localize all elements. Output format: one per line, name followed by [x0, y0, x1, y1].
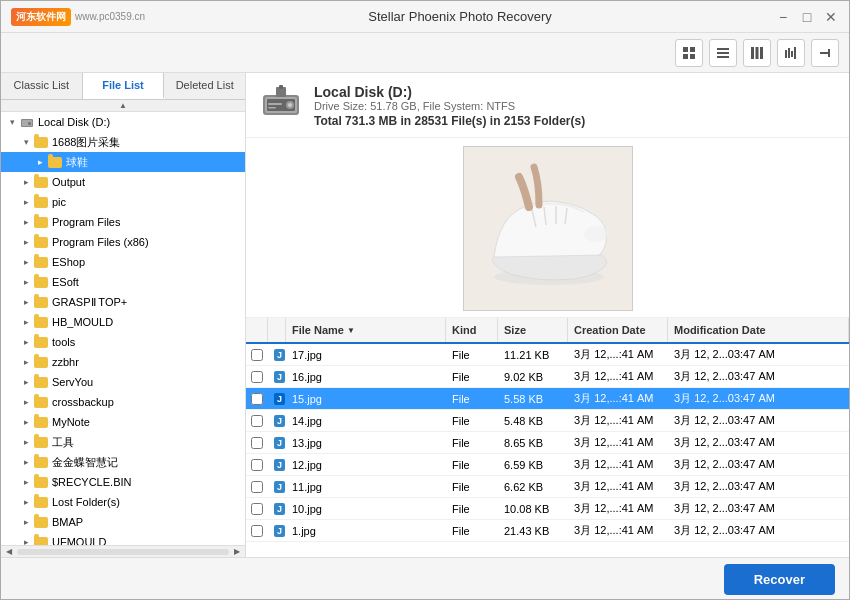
grid-view-button[interactable] — [675, 39, 703, 67]
tree-expand-icon: ▸ — [19, 275, 33, 289]
row-checkbox-cell[interactable] — [246, 454, 268, 475]
row-modified: 3月 12, 2...03:47 AM — [668, 410, 849, 431]
file-type-icon: J — [274, 459, 285, 471]
row-created: 3月 12,...:41 AM — [568, 366, 668, 387]
table-row[interactable]: J17.jpgFile11.21 KB3月 12,...:41 AM3月 12,… — [246, 344, 849, 366]
column-view-button[interactable] — [743, 39, 771, 67]
list-view-button[interactable] — [709, 39, 737, 67]
svg-rect-1 — [690, 47, 695, 52]
row-kind: File — [446, 454, 498, 475]
row-checkbox-cell[interactable] — [246, 498, 268, 519]
row-checkbox[interactable] — [251, 459, 263, 471]
table-row[interactable]: J14.jpgFile5.48 KB3月 12,...:41 AM3月 12, … — [246, 410, 849, 432]
tree-expand-icon: ▸ — [19, 215, 33, 229]
tree-label: Program Files — [52, 216, 120, 228]
row-name: 16.jpg — [286, 366, 446, 387]
tree-item-folder-mynote[interactable]: ▸MyNote — [1, 412, 245, 432]
header-created[interactable]: Creation Date — [568, 318, 668, 342]
table-row[interactable]: J13.jpgFile8.65 KB3月 12,...:41 AM3月 12, … — [246, 432, 849, 454]
row-checkbox[interactable] — [251, 349, 263, 361]
scroll-right-arrow[interactable]: ▶ — [231, 546, 243, 558]
close-button[interactable]: ✕ — [823, 9, 839, 25]
tab-file-list[interactable]: File List — [83, 73, 165, 99]
row-checkbox[interactable] — [251, 415, 263, 427]
tree-item-folder-bmap[interactable]: ▸BMAP — [1, 512, 245, 532]
row-checkbox-cell[interactable] — [246, 388, 268, 409]
minimize-button[interactable]: − — [775, 9, 791, 25]
header-modified[interactable]: Modification Date — [668, 318, 849, 342]
row-checkbox-cell[interactable] — [246, 366, 268, 387]
scroll-left-arrow[interactable]: ◀ — [3, 546, 15, 558]
tree-item-folder-output[interactable]: ▸Output — [1, 172, 245, 192]
table-row[interactable]: J10.jpgFile10.08 KB3月 12,...:41 AM3月 12,… — [246, 498, 849, 520]
tree-item-folder-grasp[interactable]: ▸GRASPⅡ TOP+ — [1, 292, 245, 312]
file-type-icon: J — [274, 393, 285, 405]
tree-item-folder-1688[interactable]: ▾1688图片采集 — [1, 132, 245, 152]
table-row[interactable]: J16.jpgFile9.02 KB3月 12,...:41 AM3月 12, … — [246, 366, 849, 388]
minus-button[interactable] — [811, 39, 839, 67]
tree-item-folder-progfilesx86[interactable]: ▸Program Files (x86) — [1, 232, 245, 252]
tree-item-folder-jindie[interactable]: ▸金金蝶智慧记 — [1, 452, 245, 472]
tree-vscroll-top[interactable]: ▲ — [1, 100, 245, 112]
tree-item-folder-pic[interactable]: ▸pic — [1, 192, 245, 212]
tree-item-folder-tools2[interactable]: ▸工具 — [1, 432, 245, 452]
row-checkbox[interactable] — [251, 393, 263, 405]
row-checkbox-cell[interactable] — [246, 520, 268, 541]
watermark-url: www.pc0359.cn — [75, 11, 145, 22]
row-name: 11.jpg — [286, 476, 446, 497]
tree-item-folder-zzbhr[interactable]: ▸zzbhr — [1, 352, 245, 372]
row-checkbox-cell[interactable] — [246, 410, 268, 431]
tab-classic-list[interactable]: Classic List — [1, 73, 83, 99]
row-checkbox-cell[interactable] — [246, 344, 268, 365]
drive-icon — [260, 83, 302, 129]
row-checkbox-cell[interactable] — [246, 476, 268, 497]
tree-expand-icon: ▸ — [19, 415, 33, 429]
maximize-button[interactable]: □ — [799, 9, 815, 25]
row-checkbox-cell[interactable] — [246, 432, 268, 453]
tree-item-folder-crossbackup[interactable]: ▸crossbackup — [1, 392, 245, 412]
row-size: 5.58 KB — [498, 388, 568, 409]
tree-item-folder-shoes[interactable]: ▸球鞋 — [1, 152, 245, 172]
tab-bar: Classic List File List Deleted List — [1, 73, 245, 100]
row-checkbox[interactable] — [251, 437, 263, 449]
tree-item-local-disk[interactable]: ▾Local Disk (D:) — [1, 112, 245, 132]
sort-arrow: ▼ — [347, 326, 355, 335]
folder-icon — [33, 534, 49, 545]
row-kind: File — [446, 344, 498, 365]
file-type-icon: J — [274, 437, 285, 449]
table-row[interactable]: J15.jpgFile5.58 KB3月 12,...:41 AM3月 12, … — [246, 388, 849, 410]
tree-item-folder-eshop[interactable]: ▸EShop — [1, 252, 245, 272]
tree-item-folder-recycle[interactable]: ▸$RECYCLE.BIN — [1, 472, 245, 492]
tree-item-folder-ufmould[interactable]: ▸UFMOULD — [1, 532, 245, 545]
table-row[interactable]: J12.jpgFile6.59 KB3月 12,...:41 AM3月 12, … — [246, 454, 849, 476]
row-size: 10.08 KB — [498, 498, 568, 519]
tree-label: pic — [52, 196, 66, 208]
tree-item-folder-progfiles[interactable]: ▸Program Files — [1, 212, 245, 232]
table-row[interactable]: J11.jpgFile6.62 KB3月 12,...:41 AM3月 12, … — [246, 476, 849, 498]
scroll-track[interactable] — [17, 549, 229, 555]
tab-deleted-list[interactable]: Deleted List — [164, 73, 245, 99]
tree-item-folder-hb[interactable]: ▸HB_MOULD — [1, 312, 245, 332]
drive-text: Local Disk (D:) Drive Size: 51.78 GB, Fi… — [314, 84, 585, 128]
recover-button[interactable]: Recover — [724, 564, 835, 595]
tree-item-folder-esoft[interactable]: ▸ESoft — [1, 272, 245, 292]
svg-point-23 — [288, 103, 292, 107]
row-checkbox[interactable] — [251, 525, 263, 537]
header-kind[interactable]: Kind — [446, 318, 498, 342]
header-filename[interactable]: File Name ▼ — [286, 318, 446, 342]
preview-image — [463, 146, 633, 311]
row-checkbox[interactable] — [251, 503, 263, 515]
tree-item-folder-servyou[interactable]: ▸ServYou — [1, 372, 245, 392]
row-name: 1.jpg — [286, 520, 446, 541]
waveform-view-button[interactable] — [777, 39, 805, 67]
svg-rect-13 — [794, 47, 796, 59]
row-checkbox[interactable] — [251, 481, 263, 493]
header-size[interactable]: Size — [498, 318, 568, 342]
tree-item-folder-tools[interactable]: ▸tools — [1, 332, 245, 352]
svg-rect-9 — [760, 47, 763, 59]
table-row[interactable]: J1.jpgFile21.43 KB3月 12,...:41 AM3月 12, … — [246, 520, 849, 542]
tree-item-folder-lost[interactable]: ▸Lost Folder(s) — [1, 492, 245, 512]
row-checkbox[interactable] — [251, 371, 263, 383]
svg-rect-2 — [683, 54, 688, 59]
folder-icon — [33, 294, 49, 310]
